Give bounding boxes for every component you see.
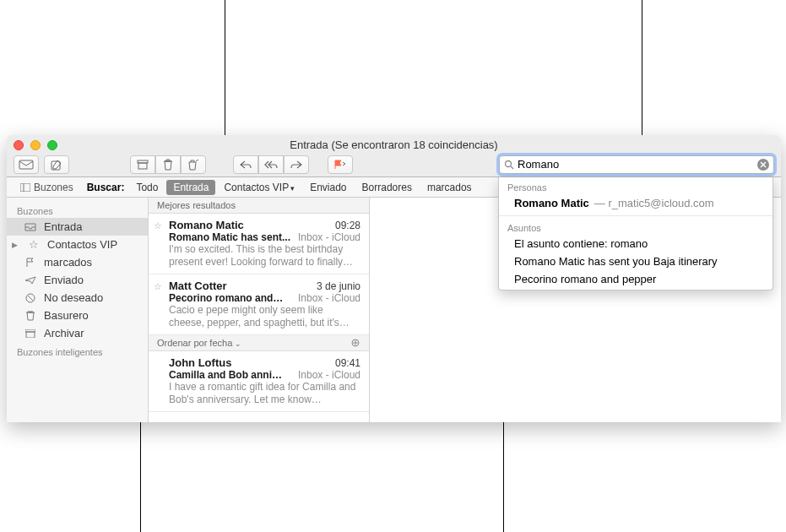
sidebar-section-smart: Buzones inteligentes (7, 342, 148, 359)
forward-icon (290, 160, 302, 169)
svg-rect-0 (19, 160, 33, 169)
trash-icon (24, 311, 37, 321)
message-item[interactable]: ☆ Matt Cotter3 de junio Pecorino romano … (149, 274, 369, 335)
sidebar-item-label: Basurero (44, 309, 89, 322)
flag-button[interactable] (328, 155, 353, 174)
compose-icon (51, 159, 62, 171)
message-subject: Pecorino romano and… (169, 292, 283, 304)
svg-point-4 (506, 160, 512, 166)
reply-button[interactable] (233, 155, 258, 174)
inbox-icon (24, 223, 37, 231)
divider (499, 215, 772, 216)
message-preview: Cacio e pepe might only seem like cheese… (169, 304, 360, 329)
archive-icon (137, 160, 149, 170)
flag-icon (24, 258, 37, 268)
clear-search-button[interactable] (757, 159, 769, 171)
flag-icon (333, 160, 347, 170)
sidebar-item-flagged[interactable]: marcados (7, 253, 148, 271)
sidebar-item-label: marcados (44, 256, 92, 269)
search-suggestions-popup: Personas Romano Matic — r_matic5@icloud.… (498, 177, 773, 290)
sent-icon (24, 276, 37, 285)
svg-rect-5 (20, 183, 30, 192)
search-input[interactable] (514, 158, 757, 171)
toolbar (7, 152, 781, 177)
message-sender: Matt Cotter (169, 280, 227, 292)
sidebar-item-sent[interactable]: Enviado (7, 271, 148, 289)
sidebar: Buzones Entrada ▶ ☆ Contactos VIP marcad… (7, 198, 149, 422)
message-mailbox: Inbox - iCloud (298, 231, 360, 243)
sidebar-section-mailboxes: Buzones (7, 201, 148, 218)
sidebar-item-inbox[interactable]: Entrada (7, 218, 148, 236)
scope-all[interactable]: Todo (129, 180, 165, 195)
sidebar-item-label: Enviado (44, 274, 84, 286)
suggestions-subjects-header: Asuntos (499, 221, 772, 235)
archive-button[interactable] (130, 155, 155, 174)
mailboxes-label: Buzones (34, 182, 73, 193)
message-time: 3 de junio (317, 280, 360, 292)
filter-icon[interactable] (350, 339, 360, 347)
message-mailbox: Inbox - iCloud (298, 369, 360, 381)
message-item[interactable]: John Loftus09:41 Camilla and Bob anni…In… (149, 351, 369, 412)
suggestion-person[interactable]: Romano Matic — r_matic5@icloud.com (499, 194, 772, 212)
delete-button[interactable] (155, 155, 181, 174)
message-sender: John Loftus (169, 356, 231, 369)
message-item[interactable]: ☆ Romano Matic09:28 Romano Matic has sen… (149, 214, 369, 274)
close-icon (760, 161, 767, 168)
chevron-down-icon: ⌄ (235, 339, 241, 348)
sidebar-item-label: Contactos VIP (47, 238, 117, 251)
junk-icon (187, 159, 199, 171)
window-title: Entrada (Se encontraron 18 coincidencias… (7, 138, 781, 151)
message-subject: Romano Matic has sent... (169, 231, 290, 243)
junk-button[interactable] (181, 155, 206, 174)
star-icon: ☆ (154, 220, 162, 231)
chevron-down-icon: ▾ (290, 184, 295, 193)
suggestion-subject[interactable]: Romano Matic has sent you Baja itinerary (499, 252, 772, 270)
forward-button[interactable] (284, 155, 309, 174)
message-list-header: Mejores resultados (149, 198, 369, 214)
suggestion-email: — r_matic5@icloud.com (594, 197, 714, 209)
search-scope-label: Buscar: (87, 182, 125, 193)
sidebar-item-label: Entrada (44, 220, 83, 233)
mail-window: Entrada (Se encontraron 18 coincidencias… (7, 135, 781, 422)
compose-button[interactable] (44, 155, 69, 174)
suggestions-people-header: Personas (499, 181, 772, 194)
sort-header[interactable]: Ordenar por fecha ⌄ (149, 335, 369, 351)
reply-icon (240, 160, 252, 169)
sidebar-item-vip[interactable]: ▶ ☆ Contactos VIP (7, 236, 148, 253)
message-list: Mejores resultados ☆ Romano Matic09:28 R… (149, 198, 370, 422)
sidebar-item-trash[interactable]: Basurero (7, 307, 148, 324)
scope-drafts[interactable]: Borradores (355, 180, 419, 195)
scope-sent[interactable]: Enviado (303, 180, 353, 195)
suggestion-subject[interactable]: Pecorino romano and pepper (499, 270, 772, 288)
mailboxes-toggle[interactable]: Buzones (15, 181, 79, 194)
get-mail-button[interactable] (14, 155, 39, 174)
suggestion-subject[interactable]: El asunto contiene: romano (499, 235, 772, 252)
sidebar-item-junk[interactable]: No deseado (7, 289, 148, 307)
envelope-icon (19, 160, 34, 170)
sidebar-item-label: No deseado (44, 291, 103, 304)
scope-inbox[interactable]: Entrada (166, 180, 215, 195)
message-preview: I'm so excited. This is the best birthda… (169, 243, 360, 269)
junk-icon (24, 293, 37, 303)
disclosure-triangle-icon[interactable]: ▶ (12, 241, 20, 249)
reply-all-button[interactable] (258, 155, 284, 174)
message-mailbox: Inbox - iCloud (298, 292, 360, 304)
svg-rect-3 (138, 163, 147, 169)
scope-vip[interactable]: Contactos VIP▾ (217, 180, 301, 195)
titlebar: Entrada (Se encontraron 18 coincidencias… (7, 135, 781, 152)
svg-rect-9 (26, 332, 35, 338)
message-sender: Romano Matic (169, 219, 244, 231)
scope-flagged[interactable]: marcados (420, 180, 479, 195)
message-time: 09:28 (335, 220, 360, 231)
message-time: 09:41 (335, 357, 360, 369)
sidebar-item-archive[interactable]: Archivar (7, 324, 148, 342)
star-icon: ☆ (154, 281, 162, 292)
suggestion-name: Romano Matic (514, 197, 589, 209)
trash-icon (163, 159, 173, 171)
reply-all-icon (264, 160, 278, 169)
search-icon (504, 160, 514, 170)
sidebar-icon (20, 183, 30, 192)
message-preview: I have a romantic gift idea for Camilla … (169, 381, 360, 406)
search-field[interactable] (499, 155, 774, 174)
sidebar-item-label: Archivar (44, 327, 84, 339)
